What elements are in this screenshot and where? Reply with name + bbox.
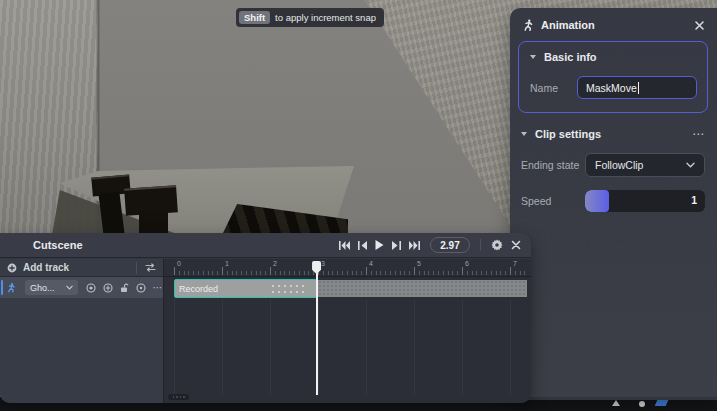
ruler-minor-tick: [376, 271, 377, 275]
more-menu-icon[interactable]: ⋯: [692, 130, 705, 138]
ruler-major-tick: [366, 267, 367, 275]
collapse-caret-icon[interactable]: [521, 132, 527, 136]
ruler-minor-tick: [251, 271, 252, 275]
ruler-major-tick: [462, 267, 463, 275]
speed-row: Speed 1: [521, 190, 705, 212]
ruler-minor-tick: [203, 271, 204, 275]
time-display[interactable]: 2.97: [430, 237, 470, 253]
ending-state-value: FollowClip: [595, 159, 643, 171]
cutscene-close-icon[interactable]: [511, 240, 521, 250]
lock-icon[interactable]: [120, 283, 129, 293]
horizontal-scrollbar[interactable]: [168, 394, 189, 400]
keyframe-dots: [270, 283, 308, 294]
ruler-minor-tick: [448, 271, 449, 275]
play-icon[interactable]: [375, 240, 384, 250]
track-list: Add track: [0, 259, 163, 403]
clip-settings-section: Clip settings ⋯ Ending state FollowClip …: [510, 113, 717, 212]
ruler-minor-tick: [424, 271, 425, 275]
text-caret: [638, 82, 639, 94]
ruler-tick-label: 6: [465, 260, 469, 267]
lane-gridline: [414, 299, 415, 395]
ruler-tick-label: 5: [417, 260, 421, 267]
timeline-lanes[interactable]: [164, 299, 531, 403]
name-field-row: Name MaskMove: [530, 76, 697, 99]
clip-extension[interactable]: [318, 280, 527, 297]
ruler-minor-tick: [524, 271, 525, 275]
ruler-minor-tick: [438, 271, 439, 275]
ruler-major-tick: [222, 267, 223, 275]
timeline-area[interactable]: 01234567 Recorded: [164, 259, 531, 403]
ruler-minor-tick: [428, 271, 429, 275]
ruler-minor-tick: [400, 271, 401, 275]
shift-key-badge: Shift: [239, 11, 270, 24]
ruler-minor-tick: [232, 271, 233, 275]
ruler-minor-tick: [467, 271, 468, 275]
ruler-minor-tick: [404, 271, 405, 275]
ruler-minor-tick: [284, 271, 285, 275]
recorded-clip[interactable]: Recorded: [174, 279, 317, 298]
clip-settings-header[interactable]: Clip settings ⋯: [521, 128, 705, 140]
track-list-tools: [134, 262, 156, 274]
lane-gridline: [270, 299, 271, 395]
track-row[interactable]: Gho...: [0, 277, 163, 298]
ruler-tick-label: 2: [273, 260, 277, 267]
ruler-minor-tick: [260, 271, 261, 275]
ruler-minor-tick: [356, 271, 357, 275]
add-track-button[interactable]: Add track: [23, 262, 69, 273]
track-target-dropdown[interactable]: Gho...: [25, 280, 78, 295]
snap-tooltip-text: to apply increment snap: [275, 12, 376, 23]
step-forward-icon[interactable]: [392, 241, 401, 250]
ruler-minor-tick: [486, 271, 487, 275]
name-label: Name: [530, 82, 558, 94]
ruler-minor-tick: [328, 271, 329, 275]
ruler-minor-tick: [337, 271, 338, 275]
ruler-major-tick: [414, 267, 415, 275]
ruler-minor-tick: [236, 271, 237, 275]
skip-to-start-icon[interactable]: [339, 241, 350, 250]
divider: [480, 239, 481, 251]
ruler-minor-tick: [332, 271, 333, 275]
track-more-icon[interactable]: ⋯: [153, 285, 164, 291]
ruler-minor-tick: [188, 271, 189, 275]
cutscene-title: Cutscene: [33, 239, 83, 251]
ruler-minor-tick: [280, 271, 281, 275]
lane-gridline: [510, 299, 511, 395]
snap-tooltip: Shift to apply increment snap: [236, 8, 384, 27]
animation-panel-close-icon[interactable]: [694, 20, 705, 31]
skip-to-end-icon[interactable]: [409, 241, 420, 250]
reorder-tracks-icon[interactable]: [145, 263, 156, 272]
clip-settings-title: Clip settings: [535, 128, 601, 140]
lane-gridline: [462, 299, 463, 395]
add-icon[interactable]: [7, 263, 17, 273]
ending-state-select[interactable]: FollowClip: [585, 153, 705, 177]
collapse-caret-icon[interactable]: [530, 55, 536, 59]
divider: [136, 262, 137, 274]
transport-controls: 2.97: [339, 237, 521, 253]
ruler-minor-tick: [520, 271, 521, 275]
speed-slider-fill[interactable]: [585, 190, 609, 212]
ruler-minor-tick: [323, 271, 324, 275]
ending-state-row: Ending state FollowClip: [521, 153, 705, 177]
ruler-major-tick: [270, 267, 271, 275]
time-value: 2.97: [440, 240, 459, 251]
ruler-minor-tick: [289, 271, 290, 275]
track-selected-indicator: [1, 280, 3, 295]
ruler-minor-tick: [179, 271, 180, 275]
ruler-minor-tick: [347, 271, 348, 275]
gear-icon[interactable]: [491, 239, 503, 251]
record-icon[interactable]: [86, 283, 96, 293]
timeline-ruler[interactable]: 01234567: [164, 259, 531, 277]
ruler-minor-tick: [433, 271, 434, 275]
ruler-minor-tick: [304, 271, 305, 275]
track-controls: ⋯: [86, 283, 164, 293]
speed-slider[interactable]: 1: [585, 190, 705, 212]
basic-info-header[interactable]: Basic info: [530, 51, 697, 63]
add-keyframe-icon[interactable]: [103, 283, 113, 293]
visibility-icon[interactable]: [136, 283, 146, 293]
ruler-minor-tick: [500, 271, 501, 275]
step-back-icon[interactable]: [358, 241, 367, 250]
ruler-minor-tick: [390, 271, 391, 275]
name-input[interactable]: MaskMove: [577, 76, 697, 99]
lane-gridline: [222, 299, 223, 395]
ruler-minor-tick: [380, 271, 381, 275]
